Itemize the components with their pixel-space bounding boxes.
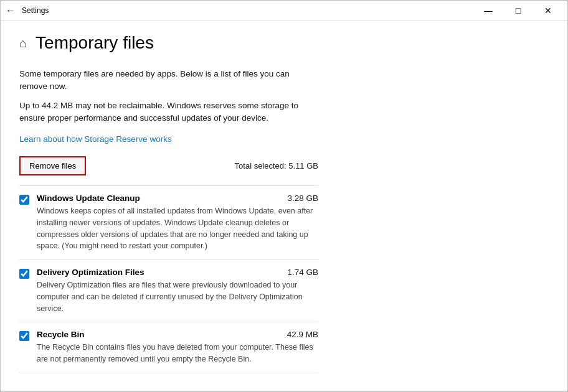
home-icon: ⌂ <box>19 36 27 50</box>
file-desc-0: Windows keeps copies of all installed up… <box>37 205 318 252</box>
file-item: Delivery Optimization Files 1.74 GB Deli… <box>19 260 318 322</box>
file-desc-1: Delivery Optimization files are files th… <box>37 279 318 314</box>
page-header: ⌂ Temporary files <box>19 33 549 53</box>
file-header-1: Delivery Optimization Files 1.74 GB <box>37 268 318 277</box>
file-name-1: Delivery Optimization Files <box>37 268 144 277</box>
title-bar: ← Settings — □ ✕ <box>1 1 567 21</box>
file-checkbox-wrap-2[interactable] <box>19 331 29 343</box>
file-header-2: Recycle Bin 42.9 MB <box>37 330 318 339</box>
file-item: Recycle Bin 42.9 MB The Recycle Bin cont… <box>19 322 318 373</box>
file-info-1: Delivery Optimization Files 1.74 GB Deli… <box>37 268 318 314</box>
description-1: Some temporary files are needed by apps.… <box>19 68 318 93</box>
total-selected-label: Total selected: 5.11 GB <box>235 161 318 170</box>
description-2: Up to 44.2 MB may not be reclaimable. Wi… <box>19 100 318 125</box>
file-checkbox-0[interactable] <box>19 195 29 205</box>
file-size-0: 3.28 GB <box>287 194 318 203</box>
file-header-0: Windows Update Cleanup 3.28 GB <box>37 194 318 203</box>
close-button[interactable]: ✕ <box>534 1 562 21</box>
file-size-1: 1.74 GB <box>287 268 318 277</box>
settings-window: ← Settings — □ ✕ ⌂ Temporary files Some … <box>0 0 568 392</box>
file-info-2: Recycle Bin 42.9 MB The Recycle Bin cont… <box>37 330 318 365</box>
minimize-button[interactable]: — <box>474 1 503 21</box>
window-title: Settings <box>22 6 49 15</box>
file-checkbox-wrap-0[interactable] <box>19 195 29 207</box>
page-title: Temporary files <box>36 33 154 53</box>
title-bar-left: ← Settings <box>6 5 49 16</box>
file-checkbox-1[interactable] <box>19 269 29 279</box>
file-name-0: Windows Update Cleanup <box>37 194 140 203</box>
remove-files-button[interactable]: Remove files <box>19 156 86 175</box>
back-button[interactable]: ← <box>6 5 16 16</box>
file-checkbox-2[interactable] <box>19 331 29 341</box>
file-info-0: Windows Update Cleanup 3.28 GB Windows k… <box>37 194 318 252</box>
file-item: Windows Update Cleanup 3.28 GB Windows k… <box>19 186 318 260</box>
learn-more-link[interactable]: Learn about how Storage Reserve works <box>19 134 172 144</box>
file-checkbox-wrap-1[interactable] <box>19 269 29 281</box>
title-bar-controls: — □ ✕ <box>474 1 562 21</box>
file-desc-2: The Recycle Bin contains files you have … <box>37 342 318 365</box>
page-content: ⌂ Temporary files Some temporary files a… <box>1 21 567 391</box>
maximize-button[interactable]: □ <box>504 1 532 21</box>
file-size-2: 42.9 MB <box>287 330 318 339</box>
action-row: Remove files Total selected: 5.11 GB <box>19 156 318 175</box>
file-name-2: Recycle Bin <box>37 330 85 339</box>
files-list: Windows Update Cleanup 3.28 GB Windows k… <box>19 185 318 373</box>
